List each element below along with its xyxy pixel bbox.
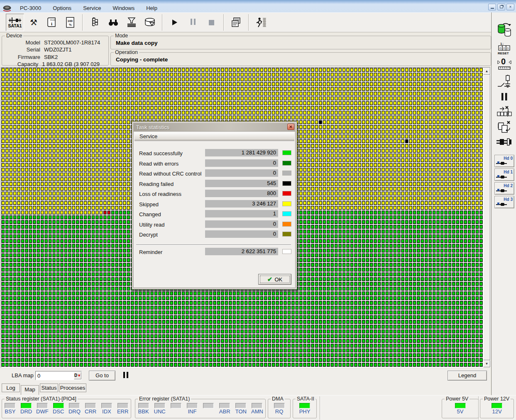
- hd-button-3[interactable]: Hd 3: [494, 196, 514, 208]
- stat-row-skipped: Skipped3 246 127: [134, 200, 295, 208]
- sata1-port-button[interactable]: SATA1: [6, 14, 24, 31]
- led-indicator: [37, 403, 48, 408]
- led-unc: UNC: [152, 403, 168, 415]
- stat-value-bar: 0: [205, 230, 278, 238]
- goto-button[interactable]: Go to: [89, 371, 115, 381]
- stat-color-swatch: [282, 201, 291, 206]
- export-database-icon: [144, 17, 156, 27]
- led-label: DRQ: [68, 409, 81, 415]
- ata-connector-button[interactable]: [492, 138, 516, 147]
- start-icon: [172, 20, 177, 25]
- tab-processes[interactable]: Processes: [59, 383, 86, 392]
- led-inf: INF: [184, 403, 200, 415]
- led-indicator: [117, 403, 128, 408]
- copy-data-button[interactable]: [492, 22, 516, 39]
- head-translator-button[interactable]: 0: [492, 57, 516, 71]
- group-title: Power 5V: [445, 396, 470, 402]
- scroll-up-button[interactable]: ▲: [483, 68, 490, 75]
- lba-format-button[interactable]: D▼: [74, 372, 81, 379]
- script-info-button[interactable]: 0110 i: [43, 14, 61, 31]
- menu-item-options[interactable]: Options: [47, 5, 77, 12]
- stop-task-button[interactable]: [203, 14, 220, 31]
- mode-group-title: Mode: [114, 33, 129, 39]
- relay-circuit-button[interactable]: [492, 74, 516, 90]
- filter-funnel-icon: [126, 17, 137, 28]
- menu-item-help[interactable]: Help: [140, 5, 163, 12]
- dialog-titlebar[interactable]: Task statistics ✕: [133, 123, 296, 131]
- close-button[interactable]: ×: [506, 4, 514, 10]
- hd-drive-icon: [496, 161, 507, 165]
- led-drq: DRQ: [66, 403, 82, 415]
- menu-item-service[interactable]: Service: [77, 5, 107, 12]
- stat-value-bar: 1 281 429 920: [205, 149, 278, 156]
- led-indicator: [235, 403, 246, 408]
- reminder-separator: [136, 244, 291, 245]
- hd-button-1[interactable]: Hd 1: [494, 168, 514, 181]
- script-info-icon: 0110 i: [47, 17, 56, 28]
- legend-button[interactable]: Legend: [448, 371, 487, 381]
- map-scrollbar[interactable]: ▲ ▼: [483, 68, 490, 367]
- tab-map[interactable]: Map: [21, 385, 39, 395]
- tree-view-button[interactable]: [86, 14, 104, 31]
- filter-button[interactable]: [123, 14, 140, 31]
- start-task-button[interactable]: [166, 14, 183, 31]
- dialog-close-icon[interactable]: ✕: [287, 124, 294, 130]
- stat-color-swatch: [282, 181, 291, 186]
- toolbar-separator: [82, 14, 83, 31]
- copy-pages-button[interactable]: [227, 14, 245, 31]
- tab-status[interactable]: Status: [40, 383, 58, 392]
- menu-item-pc-3000[interactable]: PC-3000: [14, 5, 47, 12]
- svg-text:i: i: [51, 21, 52, 26]
- led-indicator: [252, 403, 262, 408]
- device-field-value: ST2000LM007-1R8174: [44, 39, 100, 46]
- stat-row-read-successfully: Read successfully1 281 429 920: [134, 149, 295, 157]
- menu-item-windows[interactable]: Windows: [107, 5, 140, 12]
- led-abr: ABR: [217, 403, 232, 415]
- reset-counter-button[interactable]: 1↓ 000 RESET: [492, 42, 516, 56]
- stat-label: Loss of readiness: [139, 191, 181, 197]
- device-field-firmware: FirmwareSBK2: [2, 54, 108, 60]
- group-grp-status: Status register (SATA1)-[PIO4]BSYDRDDWFD…: [2, 399, 131, 418]
- tab-log[interactable]: Log: [2, 383, 20, 392]
- task-run-button[interactable]: [252, 14, 270, 31]
- led-label: DSC: [53, 409, 64, 415]
- hd-button-0[interactable]: Hd 0: [494, 155, 514, 167]
- lba-bar: LBA map D▼ Go to Legend: [0, 369, 490, 383]
- stat-row-loss-of-readiness: Loss of readiness800: [134, 190, 295, 198]
- sector-counter-button[interactable]: [492, 105, 516, 118]
- sidebar-pause-button[interactable]: [492, 92, 516, 101]
- led-label: ERR: [117, 409, 128, 415]
- app-logo-icon: [2, 5, 12, 12]
- led-indicator: [69, 403, 80, 408]
- led-drd: DRD: [18, 403, 34, 415]
- group-grp-error: Error register (SATA1)BBKUNCINFABRTONAMN: [135, 399, 266, 418]
- service-tab[interactable]: Service: [135, 132, 294, 140]
- copy-pages-icon: [231, 17, 242, 28]
- map-pause-icon[interactable]: [123, 372, 130, 380]
- ok-button[interactable]: ✔ OK: [258, 274, 291, 285]
- svg-text:0: 0: [501, 57, 506, 66]
- scroll-thumb[interactable]: [483, 75, 490, 360]
- device-group-title: Device: [5, 33, 23, 39]
- device-field-label: Firmware: [2, 54, 40, 60]
- scroll-down-button[interactable]: ▼: [483, 360, 490, 367]
- stat-label: Reminder: [139, 249, 162, 255]
- group-grp-sata: SATA-IIPHY: [293, 399, 317, 418]
- svg-text:%: %: [69, 23, 72, 27]
- cancel-copy-button[interactable]: [492, 120, 516, 135]
- hd-button-2[interactable]: Hd 2: [494, 182, 514, 195]
- export-database-button[interactable]: [141, 14, 159, 31]
- search-button[interactable]: [105, 14, 122, 31]
- led-idx: IDX: [99, 403, 115, 415]
- restore-button[interactable]: [497, 4, 505, 10]
- svg-text:0: 0: [507, 46, 509, 50]
- pause-task-button[interactable]: [184, 14, 202, 31]
- toolbar-separator: [162, 14, 163, 31]
- minimize-button[interactable]: [488, 4, 496, 10]
- tools-button[interactable]: ⚒: [25, 14, 42, 31]
- tab-underline: [135, 141, 294, 142]
- led-label: CRR: [85, 409, 96, 415]
- verify-100-button[interactable]: 100 %: [61, 14, 79, 31]
- stat-label: Read without CRC control: [139, 171, 201, 177]
- led-label: 12V: [492, 409, 501, 415]
